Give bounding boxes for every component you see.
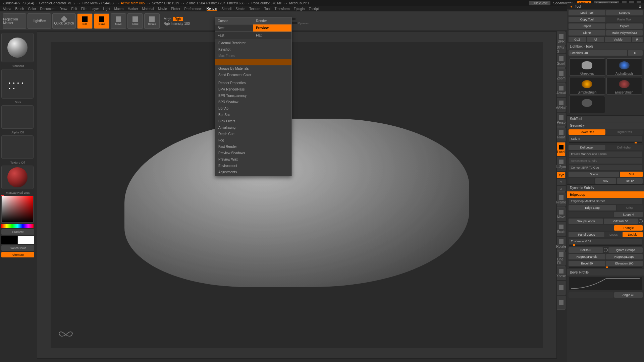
render-flat[interactable]: Flat bbox=[253, 32, 291, 39]
menu-macro[interactable]: Macro bbox=[114, 7, 124, 11]
menu-texture[interactable]: Texture bbox=[249, 7, 260, 11]
actual-button[interactable]: Actual bbox=[557, 83, 566, 97]
shelf-scale-button[interactable]: Scale bbox=[557, 222, 566, 236]
move-button[interactable]: Move bbox=[111, 13, 126, 29]
floor-button[interactable]: Floor bbox=[557, 127, 566, 141]
sdiv-slider[interactable]: SDiv 4 bbox=[569, 136, 642, 141]
tool-thumb-extra[interactable] bbox=[569, 96, 605, 113]
shelf-move-button[interactable]: Move bbox=[557, 207, 566, 221]
arrow-left-icon[interactable]: ◄ bbox=[570, 5, 573, 8]
elevation-slider[interactable]: Elevation 100 bbox=[606, 261, 643, 266]
goz-button[interactable]: GoZ bbox=[569, 37, 586, 42]
gpolish-slider[interactable]: GPolish 50 bbox=[604, 219, 638, 224]
menu-color[interactable]: Color bbox=[28, 7, 36, 11]
export-button[interactable]: Export bbox=[606, 23, 643, 29]
convert-bpr-button[interactable]: Convert BPR To Geo bbox=[569, 165, 642, 170]
alternate-button[interactable]: Alternate bbox=[1, 252, 34, 257]
render-fast[interactable]: Fast bbox=[215, 32, 253, 39]
tool-thumb-eraserbrush[interactable]: EraserBrush bbox=[606, 77, 642, 95]
xpose-button[interactable]: Xpose bbox=[557, 266, 566, 280]
menu-layer[interactable]: Layer bbox=[91, 7, 99, 11]
edge-loop-button[interactable]: Edge Loop bbox=[569, 205, 616, 210]
geometry-header[interactable]: Geometry bbox=[567, 122, 644, 129]
angle-slider[interactable]: Angle 45 bbox=[614, 292, 643, 298]
previewwax-item[interactable]: Preview Wax bbox=[215, 156, 291, 163]
menu-movie[interactable]: Movie bbox=[158, 7, 167, 11]
adjustments-item[interactable]: Adjustments bbox=[215, 169, 291, 175]
mrgb-label[interactable]: Mrgb bbox=[164, 17, 171, 21]
shelf-rotate-button[interactable]: Rotate bbox=[557, 237, 566, 251]
menu-stencil[interactable]: Stencil bbox=[221, 7, 231, 11]
menu-edit[interactable]: Edit bbox=[71, 7, 77, 11]
lsym-button[interactable]: L.Sym bbox=[557, 157, 566, 171]
linefill-button[interactable]: Line Fill bbox=[557, 251, 566, 265]
rgb-button[interactable]: Rgb bbox=[173, 17, 183, 21]
aahalf-button[interactable]: AAHalf bbox=[557, 98, 566, 112]
menu-file[interactable]: File bbox=[81, 7, 87, 11]
polish-mode-icon[interactable] bbox=[604, 248, 608, 252]
triangle-button[interactable]: Triangle bbox=[614, 225, 643, 231]
suv-button[interactable]: Suv bbox=[595, 178, 616, 184]
menu-brush[interactable]: Brush bbox=[15, 7, 24, 11]
canvas[interactable] bbox=[37, 32, 557, 359]
menu-transform[interactable]: Transform bbox=[274, 7, 289, 11]
crisp-button[interactable]: Crisp bbox=[617, 205, 643, 210]
projection-master-button[interactable]: Projection Master bbox=[3, 13, 26, 29]
senddoc-item[interactable]: Send Document Color bbox=[215, 72, 291, 78]
menu-light[interactable]: Light bbox=[103, 7, 110, 11]
texture-thumbnail[interactable] bbox=[1, 135, 34, 159]
previewshadows-item[interactable]: Preview Shadows bbox=[215, 150, 291, 156]
antialiasing-item[interactable]: Antialiasing bbox=[215, 124, 291, 131]
brush-thumbnail[interactable] bbox=[1, 33, 34, 62]
tool-r-button[interactable]: R bbox=[628, 50, 643, 56]
polish-slider[interactable]: Polish 5 bbox=[569, 247, 603, 253]
goz-r-button[interactable]: R bbox=[632, 37, 643, 42]
depthcue-item[interactable]: Depth Cue bbox=[215, 131, 291, 137]
bpr-shadow-item[interactable]: BPR Shadow bbox=[215, 99, 291, 105]
zoom-button[interactable]: Zoom bbox=[557, 68, 566, 82]
keyshot-item[interactable]: Keyshot bbox=[215, 46, 291, 53]
dropdown-render-tab[interactable]: Render bbox=[253, 18, 291, 24]
environment-item[interactable]: Environment bbox=[215, 163, 291, 169]
edgeloop-masked-button[interactable]: Edgeloop Masked Border bbox=[569, 198, 642, 204]
dropdown-cursor-tab[interactable]: Cursor bbox=[215, 18, 253, 24]
menu-marker[interactable]: Marker bbox=[127, 7, 138, 11]
polyframe-button[interactable] bbox=[557, 296, 566, 310]
import-button[interactable]: Import bbox=[569, 23, 605, 29]
regroup-loops-button[interactable]: RegroupLoops bbox=[606, 254, 643, 259]
goz-all-button[interactable]: All bbox=[587, 37, 604, 42]
lightbox-tools-header[interactable]: Lightbox › Tools bbox=[567, 43, 644, 50]
menu-draw[interactable]: Draw bbox=[59, 7, 67, 11]
bpr-button[interactable]: BPR bbox=[557, 32, 566, 46]
rotate-button[interactable]: Rotate bbox=[144, 13, 160, 29]
panel-loops-button[interactable]: Panel Loops bbox=[569, 232, 604, 237]
local-button[interactable]: Local bbox=[557, 142, 566, 156]
menu-document[interactable]: Document bbox=[40, 7, 56, 11]
solo-button[interactable] bbox=[557, 281, 566, 295]
bpr-sss-item[interactable]: Bpr Sss bbox=[215, 112, 291, 118]
axis-y-button[interactable]: Y bbox=[557, 179, 566, 185]
bevel-profile-header[interactable]: Bevel Profile bbox=[567, 269, 644, 276]
thickness-slider[interactable]: Thickness 0.01 bbox=[569, 239, 642, 244]
gradient-button[interactable]: Gradient bbox=[1, 229, 34, 235]
goz-visible-button[interactable]: Visible bbox=[605, 37, 631, 42]
regroup-panels-button[interactable]: RegroupPanels bbox=[569, 254, 605, 259]
smt-button[interactable]: Smt bbox=[620, 172, 643, 177]
tool-thumb-greebles[interactable]: Greebles bbox=[569, 58, 605, 76]
persp-button[interactable]: Persp bbox=[557, 113, 566, 127]
menu-alpha[interactable]: Alpha bbox=[3, 7, 11, 11]
switchcolor-button[interactable]: SwitchColor bbox=[1, 245, 34, 251]
primary-color[interactable] bbox=[18, 236, 34, 244]
menu-render[interactable]: Render bbox=[207, 7, 218, 11]
fastrender-item[interactable]: Fast Render bbox=[215, 143, 291, 150]
menu-zplugin[interactable]: Zplugin bbox=[294, 7, 305, 11]
groupsloops-button[interactable]: GroupsLoops bbox=[569, 219, 603, 224]
bpr-renderpass-item[interactable]: BPR RenderPass bbox=[215, 86, 291, 93]
menu-tool[interactable]: Tool bbox=[264, 7, 270, 11]
double-button[interactable]: Double bbox=[623, 232, 643, 237]
external-renderer-item[interactable]: External Renderer bbox=[215, 40, 291, 46]
menu-material[interactable]: Material bbox=[142, 7, 154, 11]
loops4-slider[interactable]: Loops 4 bbox=[614, 212, 643, 217]
frame-button[interactable]: Frame bbox=[557, 192, 566, 206]
quick-sketch-button[interactable]: Quick Sketch bbox=[52, 13, 76, 29]
